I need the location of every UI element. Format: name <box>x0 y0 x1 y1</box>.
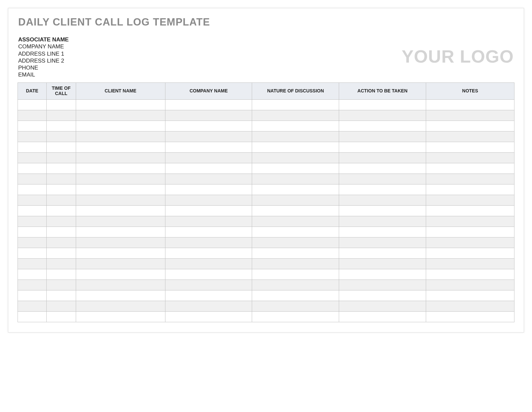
table-cell[interactable] <box>76 121 165 131</box>
table-cell[interactable] <box>76 216 165 227</box>
table-cell[interactable] <box>252 258 339 269</box>
table-cell[interactable] <box>252 184 339 195</box>
table-cell[interactable] <box>426 99 514 110</box>
table-cell[interactable] <box>339 110 426 121</box>
table-cell[interactable] <box>76 131 165 142</box>
table-cell[interactable] <box>165 216 252 227</box>
table-cell[interactable] <box>339 311 426 322</box>
table-cell[interactable] <box>47 280 76 290</box>
table-cell[interactable] <box>426 142 514 152</box>
table-cell[interactable] <box>76 269 165 280</box>
table-cell[interactable] <box>339 195 426 205</box>
table-cell[interactable] <box>76 290 165 301</box>
table-cell[interactable] <box>18 195 47 205</box>
table-cell[interactable] <box>47 121 76 131</box>
table-cell[interactable] <box>47 142 76 152</box>
table-cell[interactable] <box>426 237 514 248</box>
table-cell[interactable] <box>339 280 426 290</box>
table-cell[interactable] <box>426 195 514 205</box>
table-cell[interactable] <box>47 290 76 301</box>
table-cell[interactable] <box>339 205 426 216</box>
table-cell[interactable] <box>47 99 76 110</box>
table-cell[interactable] <box>426 227 514 237</box>
table-cell[interactable] <box>252 163 339 174</box>
table-cell[interactable] <box>76 237 165 248</box>
table-cell[interactable] <box>47 269 76 280</box>
table-cell[interactable] <box>76 195 165 205</box>
table-cell[interactable] <box>18 227 47 237</box>
table-cell[interactable] <box>426 152 514 163</box>
table-cell[interactable] <box>252 195 339 205</box>
table-cell[interactable] <box>165 110 252 121</box>
table-cell[interactable] <box>252 152 339 163</box>
table-cell[interactable] <box>252 110 339 121</box>
table-cell[interactable] <box>47 258 76 269</box>
table-cell[interactable] <box>165 131 252 142</box>
table-cell[interactable] <box>339 174 426 184</box>
table-cell[interactable] <box>252 280 339 290</box>
table-cell[interactable] <box>426 174 514 184</box>
table-cell[interactable] <box>18 184 47 195</box>
table-cell[interactable] <box>426 205 514 216</box>
table-cell[interactable] <box>426 290 514 301</box>
table-cell[interactable] <box>76 184 165 195</box>
table-cell[interactable] <box>47 216 76 227</box>
table-cell[interactable] <box>339 152 426 163</box>
table-cell[interactable] <box>252 99 339 110</box>
table-cell[interactable] <box>252 301 339 311</box>
table-cell[interactable] <box>426 131 514 142</box>
table-cell[interactable] <box>426 280 514 290</box>
table-cell[interactable] <box>252 311 339 322</box>
table-cell[interactable] <box>47 110 76 121</box>
table-cell[interactable] <box>252 142 339 152</box>
table-cell[interactable] <box>339 290 426 301</box>
table-cell[interactable] <box>165 269 252 280</box>
table-cell[interactable] <box>47 152 76 163</box>
table-cell[interactable] <box>165 205 252 216</box>
table-cell[interactable] <box>47 174 76 184</box>
table-cell[interactable] <box>165 290 252 301</box>
table-cell[interactable] <box>18 152 47 163</box>
table-cell[interactable] <box>426 121 514 131</box>
table-cell[interactable] <box>426 269 514 280</box>
table-cell[interactable] <box>18 301 47 311</box>
table-cell[interactable] <box>252 237 339 248</box>
table-cell[interactable] <box>76 301 165 311</box>
table-cell[interactable] <box>339 227 426 237</box>
table-cell[interactable] <box>339 163 426 174</box>
table-cell[interactable] <box>18 174 47 184</box>
table-cell[interactable] <box>165 163 252 174</box>
table-cell[interactable] <box>76 311 165 322</box>
table-cell[interactable] <box>47 237 76 248</box>
table-cell[interactable] <box>165 311 252 322</box>
table-cell[interactable] <box>426 110 514 121</box>
table-cell[interactable] <box>76 99 165 110</box>
table-cell[interactable] <box>47 248 76 258</box>
table-cell[interactable] <box>252 205 339 216</box>
table-cell[interactable] <box>47 184 76 195</box>
table-cell[interactable] <box>76 163 165 174</box>
table-cell[interactable] <box>165 301 252 311</box>
table-cell[interactable] <box>165 280 252 290</box>
table-cell[interactable] <box>339 99 426 110</box>
table-cell[interactable] <box>252 248 339 258</box>
table-cell[interactable] <box>18 121 47 131</box>
table-cell[interactable] <box>252 216 339 227</box>
table-cell[interactable] <box>252 121 339 131</box>
table-cell[interactable] <box>339 258 426 269</box>
table-cell[interactable] <box>165 142 252 152</box>
table-cell[interactable] <box>76 258 165 269</box>
table-cell[interactable] <box>18 216 47 227</box>
table-cell[interactable] <box>165 248 252 258</box>
table-cell[interactable] <box>18 142 47 152</box>
table-cell[interactable] <box>339 269 426 280</box>
table-cell[interactable] <box>252 227 339 237</box>
table-cell[interactable] <box>18 163 47 174</box>
table-cell[interactable] <box>165 195 252 205</box>
table-cell[interactable] <box>339 248 426 258</box>
table-cell[interactable] <box>339 121 426 131</box>
table-cell[interactable] <box>76 152 165 163</box>
table-cell[interactable] <box>426 301 514 311</box>
table-cell[interactable] <box>76 142 165 152</box>
table-cell[interactable] <box>339 301 426 311</box>
